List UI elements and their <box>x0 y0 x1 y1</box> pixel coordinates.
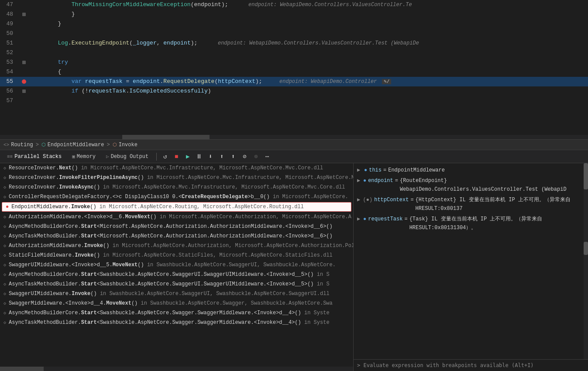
stack-item-4[interactable]: ◇ ControllerRequestDelegateFactory.<>c D… <box>0 192 353 202</box>
code-line-57: 57 <box>0 96 588 106</box>
tab-parallel-stacks-label: Parallel Stacks <box>14 154 62 160</box>
var-expand-endpoint[interactable]: ▶ <box>357 176 361 185</box>
stack-diamond-9: ◇ <box>3 243 6 248</box>
memory-icon: ▣ <box>72 154 75 159</box>
stack-item-12[interactable]: ◇ AsyncMethodBuilderCore.Start<Swashbuck… <box>0 270 353 279</box>
stack-item-16[interactable]: ◇ AsyncMethodBuilderCore.Start<Swashbuck… <box>0 308 353 318</box>
code-line-55: 55 var requestTask = endpoint.RequestDel… <box>0 77 588 86</box>
breadcrumb-routing[interactable]: Routing <box>11 142 33 148</box>
var-expand-requesttask[interactable]: ▶ <box>357 215 361 223</box>
breadcrumb-class-icon: ⬡ <box>41 142 46 148</box>
hex-button[interactable]: ⊘ <box>240 152 249 161</box>
right-variables-scrollbar[interactable] <box>584 242 588 255</box>
stack-diamond-6: ◇ <box>3 214 6 220</box>
stack-diamond-11: ◇ <box>3 262 6 268</box>
right-panel-scrollbar-track[interactable] <box>584 163 588 359</box>
tab-memory[interactable]: ▣ Memory <box>68 152 100 161</box>
stack-diamond-10: ◇ <box>3 253 6 258</box>
debug-output-icon: ▷ <box>106 154 109 159</box>
var-item-httpcontext[interactable]: ▶ (●) httpContext = {HttpContext} IL 变量在… <box>354 195 583 214</box>
var-name-httpcontext: httpContext <box>374 196 409 204</box>
call-stack-scrollbar-thumb[interactable] <box>0 367 44 371</box>
stack-diamond-13: ◇ <box>3 282 6 287</box>
more-button[interactable]: ⋯ <box>262 152 272 161</box>
right-panel-scrollbar-thumb[interactable] <box>584 163 588 189</box>
stack-item-10[interactable]: ◇ StaticFileMiddleware.Invoke() in Micro… <box>0 251 353 260</box>
code-line-50: 50 <box>0 29 588 38</box>
tab-memory-label: Memory <box>77 154 96 160</box>
stack-item-17[interactable]: ◇ AsyncTaskMethodBuilder.Start<Swashbuck… <box>0 318 353 327</box>
stack-diamond-17: ◇ <box>3 320 6 325</box>
stack-diamond-1: ◇ <box>3 165 6 171</box>
stack-item-6[interactable]: ◇ AuthorizationMiddleware.<Invoke>d__6.M… <box>0 212 353 222</box>
var-bullet-httpcontext: (●) <box>363 196 373 204</box>
code-line-48: 48 } <box>0 10 588 19</box>
main-content: ◇ ResourceInvoker.Next() in Microsoft.As… <box>0 163 588 371</box>
call-stack-panel: ◇ ResourceInvoker.Next() in Microsoft.As… <box>0 163 354 371</box>
var-eq-httpcontext: = <box>410 196 413 204</box>
step-out-button[interactable]: ⬆ <box>228 152 238 161</box>
stack-item-7[interactable]: ◇ AsyncMethodBuilderCore.Start<Microsoft… <box>0 222 353 231</box>
var-expand-this[interactable]: ▶ <box>357 166 362 175</box>
var-val-endpoint: {RouteEndpoint} WebapiDemo.Controllers.V… <box>400 176 579 194</box>
debug-toolbar: ≡≡ Parallel Stacks ▣ Memory ▷ Debug Outp… <box>0 150 588 163</box>
call-stack-list[interactable]: ◇ ResourceInvoker.Next() in Microsoft.As… <box>0 163 353 367</box>
var-name-endpoint: endpoint <box>368 176 393 185</box>
step-into-button[interactable]: ⬇ <box>206 152 215 161</box>
variable-list: ▶ ● this = EndpointMiddleware ▶ ● endpoi… <box>354 163 588 235</box>
code-line-52: 52 <box>0 48 588 58</box>
stack-diamond-4: ◇ <box>3 194 6 199</box>
stack-item-11[interactable]: ◇ SwaggerUIMiddleware.<Invoke>d__5.MoveN… <box>0 260 353 270</box>
stack-item-1[interactable]: ◇ ResourceInvoker.Next() in Microsoft.As… <box>0 163 353 173</box>
code-horizontal-scrollbar[interactable] <box>0 135 588 139</box>
stack-item-13[interactable]: ◇ AsyncTaskMethodBuilder.Start<Swashbuck… <box>0 279 353 289</box>
breadcrumb-code-icon: <> <box>3 142 9 148</box>
stack-item-9[interactable]: ◇ AuthorizationMiddleware.Invoke() in Mi… <box>0 241 353 251</box>
breadcrumb-method[interactable]: Invoke <box>119 142 138 148</box>
call-stack-horizontal-scrollbar[interactable] <box>0 367 353 371</box>
var-expand-httpcontext[interactable]: ▶ <box>357 196 361 204</box>
watch-panel: > Evaluate expression with breakpoints a… <box>354 359 588 371</box>
var-eq-endpoint: = <box>395 176 398 185</box>
var-item-requesttask[interactable]: ▶ ● requestTask = {Task} IL 变量在当前本机 IP 上… <box>354 214 583 233</box>
continue-button[interactable]: ↺ <box>160 152 170 161</box>
var-name-this: this <box>369 166 382 175</box>
watch-label[interactable]: > Evaluate expression with breakpoints a… <box>357 362 534 368</box>
stack-diamond-15: ◇ <box>3 301 6 306</box>
var-item-this[interactable]: ▶ ● this = EndpointMiddleware <box>354 165 583 175</box>
stack-diamond-16: ◇ <box>3 310 6 316</box>
tab-parallel-stacks[interactable]: ≡≡ Parallel Stacks <box>3 152 66 161</box>
pause-button[interactable]: ⏸ <box>194 152 204 161</box>
stack-item-15[interactable]: ◇ SwaggerMiddleware.<Invoke>d__4.MoveNex… <box>0 299 353 308</box>
var-bullet-this: ● <box>364 166 367 175</box>
code-editor: 47 ThrowMissingCorsMiddlewareException(e… <box>0 0 588 140</box>
stack-diamond-3: ◇ <box>3 185 6 190</box>
breadcrumb-class[interactable]: EndpointMiddleware <box>48 142 104 148</box>
var-bullet-requesttask: ● <box>363 215 366 223</box>
tab-debug-output[interactable]: ▷ Debug Output <box>102 152 153 161</box>
clear-button[interactable]: ⊗ <box>251 152 261 161</box>
stop-button[interactable]: ■ <box>172 152 181 161</box>
stack-item-3[interactable]: ◇ ResourceInvoker.InvokeAsync() in Micro… <box>0 182 353 192</box>
stack-item-8[interactable]: ◇ AsyncTaskMethodBuilder.Start<Microsoft… <box>0 231 353 241</box>
stack-diamond-12: ◇ <box>3 272 6 277</box>
breadcrumb: <> Routing > ⬡ EndpointMiddleware > ⬡ In… <box>0 140 588 150</box>
code-scrollbar-thumb[interactable] <box>122 135 210 139</box>
code-line-51: 51 Log.ExecutingEndpoint(_logger, endpoi… <box>0 38 588 48</box>
tab-debug-output-label: Debug Output <box>111 154 148 160</box>
var-val-requesttask: {Task} IL 变量在当前本机 IP 上不可用。（异常来自 HRESULT:… <box>409 215 579 232</box>
var-eq-requesttask: = <box>404 215 407 223</box>
stack-diamond-8: ◇ <box>3 234 6 239</box>
stack-diamond-5: ● <box>6 204 9 210</box>
stack-item-14[interactable]: ◇ SwaggerUIMiddleware.Invoke() in Swashb… <box>0 289 353 299</box>
stack-item-2[interactable]: ◇ ResourceInvoker.InvokeFilterPipelineAs… <box>0 173 353 182</box>
code-line-56: 56 if (!requestTask.IsCompletedSuccessfu… <box>0 86 588 96</box>
restart-button[interactable]: ▶ <box>183 152 193 161</box>
step-over-button[interactable]: ⬆ <box>217 152 227 161</box>
stack-item-5-current[interactable]: ● EndpointMiddleware.Invoke() in Microso… <box>2 202 351 212</box>
var-item-endpoint[interactable]: ▶ ● endpoint = {RouteEndpoint} WebapiDem… <box>354 175 583 195</box>
breakpoint-indicator <box>22 79 26 84</box>
var-val-httpcontext: {HttpContext} IL 变量在当前本机 IP 上不可用。（异常来自 H… <box>416 196 579 213</box>
breadcrumb-method-icon: ⬡ <box>113 142 117 148</box>
var-eq-this: = <box>383 166 386 175</box>
